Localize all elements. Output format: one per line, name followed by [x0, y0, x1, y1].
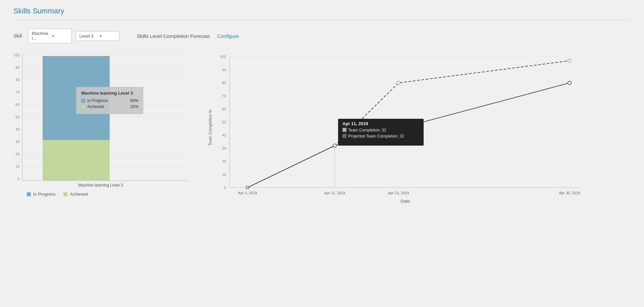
configure-link[interactable]: Configure [217, 33, 239, 39]
y-label-90: 90 [222, 68, 226, 72]
x-label-apr11: Apr 11, 2019 [324, 191, 345, 195]
forecast-label: Skills Level Completion Forecast [137, 33, 210, 39]
line-tooltip-title: Apr 11, 2019 [342, 121, 368, 126]
bar-chart-area: 0 10 20 30 40 50 60 70 80 90 100 [13, 53, 188, 181]
bar-tooltip-achieved-label: Achieved [87, 104, 104, 109]
skill-label: Skill [13, 33, 22, 39]
skill-dropdown[interactable]: Machine l... ▼ [28, 29, 72, 43]
inprogress-swatch [81, 99, 85, 103]
x-label-apr2: Apr 2, 2019 [238, 191, 257, 195]
y-label-40: 40 [222, 133, 226, 137]
y-label-60: 60 [222, 107, 226, 111]
bar-y-label: 70 [13, 91, 19, 94]
bar-chart-wrap: 0 10 20 30 40 50 60 70 80 90 100 [13, 53, 188, 197]
level-dropdown-value: Level 3 [79, 34, 96, 39]
bar-y-label: 50 [13, 115, 19, 119]
point-solid-apr30 [568, 81, 571, 85]
bar-tooltip-row: Achieved 32% [81, 104, 138, 109]
y-label-50: 50 [222, 120, 226, 124]
x-label-apr30: Apr 30, 2019 [559, 191, 580, 195]
line-chart-inner: Team Completion % 0 10 20 30 40 50 60 70… [208, 53, 631, 202]
bar-tooltip-row-left: In Progress [81, 98, 108, 103]
y-label-70: 70 [222, 94, 226, 98]
achieved-legend-swatch [63, 192, 67, 196]
legend-item-inprogress: In Progress [27, 192, 55, 197]
bar-stack [43, 53, 110, 181]
chevron-down-icon: ▼ [51, 34, 68, 38]
bar-y-label: 30 [13, 140, 19, 144]
inprogress-legend-label: In Progress [33, 192, 55, 197]
controls-row: Skill Machine l... ▼ Level 3 ▼ Skills Le… [13, 29, 631, 43]
bar-y-label: 100 [13, 53, 19, 57]
point-solid-apr2 [246, 186, 249, 189]
bar-tooltip-row-left: Achieved [81, 104, 104, 109]
charts-container: 0 10 20 30 40 50 60 70 80 90 100 [13, 53, 631, 202]
bar-tooltip-row: In Progress 66% [81, 98, 138, 103]
line-chart-svg: 0 10 20 30 40 50 60 70 80 90 100 [214, 53, 583, 201]
bar-tooltip: Machine learning Level 3 In Progress 66% [76, 87, 143, 114]
line-chart-wrap: Team Completion % 0 10 20 30 40 50 60 70… [208, 53, 631, 202]
level-dropdown[interactable]: Level 3 ▼ [76, 31, 119, 41]
bar-tooltip-achieved-value: 32% [130, 104, 138, 109]
inprogress-legend-swatch [27, 192, 31, 196]
bar-tooltip-inprogress-label: In Progress [87, 98, 108, 103]
bar-tooltip-inprogress-value: 66% [130, 98, 138, 103]
x-axis-title: Date [400, 199, 410, 204]
bar-tooltip-title: Machine learning Level 3 [81, 91, 138, 96]
bar-x-label: Machine learning Level 3 [13, 183, 188, 188]
point-dashed-apr30 [568, 59, 571, 62]
achieved-swatch [81, 105, 85, 109]
legend-item-achieved: Achieved [63, 192, 88, 197]
page-container: Skills Summary Skill Machine l... ▼ Leve… [0, 0, 644, 307]
achieved-legend-label: Achieved [70, 192, 88, 197]
x-label-apr13: Apr 13, 2019 [388, 191, 409, 195]
line-y-axis-label: Team Completion % [208, 53, 213, 202]
skill-dropdown-value: Machine l... [32, 31, 49, 41]
bar-y-label: 90 [13, 66, 19, 69]
y-label-30: 30 [222, 146, 226, 150]
y-label-10: 10 [222, 172, 226, 176]
tooltip-row-2: Projected Team Completion: 32 [348, 134, 405, 139]
bar-y-label: 80 [13, 78, 19, 82]
chevron-down-icon: ▼ [99, 34, 116, 38]
y-label-100: 100 [220, 55, 226, 59]
page-title: Skills Summary [13, 7, 631, 20]
tooltip-swatch-1 [342, 128, 346, 132]
bar-chart-inner: Machine learning Level 3 In Progress 66% [22, 53, 188, 181]
y-label-20: 20 [222, 159, 226, 163]
point-dashed-apr13 [397, 81, 400, 85]
bar-column-wrap [22, 53, 188, 181]
bar-y-axis: 0 10 20 30 40 50 60 70 80 90 100 [13, 53, 19, 181]
bar-y-label: 0 [13, 177, 19, 181]
bar-y-label: 60 [13, 103, 19, 107]
tooltip-swatch-2 [342, 134, 346, 138]
tooltip-row-1: Team Completion: 32 [348, 128, 386, 133]
y-label-80: 80 [222, 81, 226, 85]
bar-y-label: 40 [13, 127, 19, 131]
bar-legend: In Progress Achieved [27, 192, 188, 197]
bar-segment-achieved [43, 140, 110, 181]
bar-y-label: 20 [13, 152, 19, 156]
y-label-0: 0 [224, 186, 226, 190]
bar-y-label: 10 [13, 165, 19, 168]
line-chart-svg-wrap: 0 10 20 30 40 50 60 70 80 90 100 [214, 53, 631, 202]
